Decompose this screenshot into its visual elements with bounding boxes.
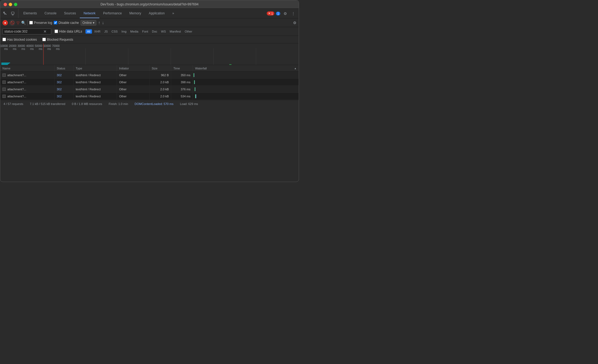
record-button[interactable]: ● [2,20,8,25]
cell-initiator-2: Other [117,86,149,92]
table-row[interactable]: attachment?... 302 text/html / Redirect … [0,72,299,79]
cell-status-1: 302 [55,79,74,85]
filter-manifest-button[interactable]: Manifest [168,29,183,34]
status-bar: 4 / 57 requests 7.1 kB / 515 kB transfer… [0,100,299,107]
filter-other-button[interactable]: Other [183,29,194,34]
filter-css-button[interactable]: CSS [110,29,119,34]
cell-type-1: text/html / Redirect [74,79,117,85]
col-header-waterfall[interactable]: Waterfall ▲ [193,65,299,71]
cell-status-3: 302 [55,93,74,100]
filter-js-button[interactable]: JS [103,29,109,34]
filter-ws-button[interactable]: WS [160,29,168,34]
title-bar: DevTools - bugs.chromium.org/p/chromium/… [0,0,299,9]
preserve-log-checkbox[interactable] [29,21,33,24]
cell-size-3: 2.0 kB [149,93,171,100]
table-header: Name Status Type Initiator Size Time Wat… [0,65,299,72]
tab-console[interactable]: Console [41,9,60,18]
tab-elements[interactable]: Elements [20,9,41,18]
cell-size-2: 2.0 kB [149,86,171,92]
table-row[interactable]: attachment?... 302 text/html / Redirect … [0,93,299,100]
network-settings-button[interactable]: ⚙ [293,21,297,25]
filter-doc-button[interactable]: Doc [150,29,159,34]
timeline-grid [0,48,299,65]
minimize-button[interactable] [9,3,12,6]
col-header-time[interactable]: Time [171,65,193,71]
svg-rect-2 [12,14,13,15]
table-row[interactable]: attachment?... 302 text/html / Redirect … [0,86,299,93]
hide-data-urls-checkbox[interactable] [55,30,58,33]
network-table: Name Status Type Initiator Size Time Wat… [0,65,299,100]
cell-initiator-1: Other [117,79,149,85]
cell-status-0: 302 [55,72,74,78]
tab-network[interactable]: Network [80,9,99,18]
clear-filter-icon[interactable]: ✕ [43,29,47,34]
tab-sources[interactable]: Sources [60,9,80,18]
col-header-size[interactable]: Size [149,65,171,71]
col-header-name[interactable]: Name [0,65,55,71]
disable-cache-checkbox[interactable] [54,21,57,24]
file-icon [2,88,6,91]
tab-application[interactable]: Application [145,9,168,18]
filter-input-wrap: ✕ [2,28,51,34]
cell-name-2: attachment?... [0,86,55,92]
window-title: DevTools - bugs.chromium.org/p/chromium/… [100,2,198,6]
filter-icon[interactable]: ▽ [17,21,20,25]
tab-memory[interactable]: Memory [126,9,145,18]
blocked-cookies-label[interactable]: Has blocked cookies [2,38,37,41]
cell-time-1: 398 ms [171,79,193,85]
filter-xhr-button[interactable]: XHR [93,29,102,34]
devtools-tabs-bar: Elements Console Sources Network Perform… [0,9,299,18]
warning-badge: 1 [276,12,280,15]
window-controls[interactable] [4,3,17,6]
cell-name-1: attachment?... [0,79,55,85]
maximize-button[interactable] [14,3,17,6]
table-row[interactable]: attachment?... 302 text/html / Redirect … [0,79,299,86]
cell-waterfall-3 [193,93,299,100]
preserve-log-label[interactable]: Preserve log [29,21,52,25]
filter-media-button[interactable]: Media [129,29,140,34]
throttle-select[interactable]: Online ▾ [81,20,97,25]
load-time: Load: 629 ms [180,102,198,106]
col-header-initiator[interactable]: Initiator [117,65,149,71]
tab-more[interactable]: » [168,9,178,18]
blocked-cookies-checkbox[interactable] [2,38,6,41]
hide-data-urls-label[interactable]: Hide data URLs [55,30,82,33]
settings-icon[interactable]: ⚙ [282,10,288,17]
cell-type-3: text/html / Redirect [74,93,117,100]
file-icon [2,95,6,98]
clear-button[interactable]: 🚫 [9,20,15,25]
filter-all-button[interactable]: All [85,29,92,34]
blocked-requests-label[interactable]: Blocked Requests [42,38,73,41]
export-har-button[interactable]: ↓ [102,20,104,25]
cell-time-2: 376 ms [171,86,193,92]
waterfall-timeline: 10000 ms 20000 ms 30000 ms 40000 ms 5000… [0,43,299,65]
inspector-icon[interactable] [2,10,8,17]
filter-img-button[interactable]: Img [120,29,128,34]
finish-time: Finish: 1.0 min [109,102,128,106]
timeline-marker [43,43,44,65]
more-options-icon[interactable]: ⋮ [290,10,297,17]
import-har-button[interactable]: ↑ [98,20,100,25]
svg-rect-1 [11,12,14,14]
cell-waterfall-1 [193,79,299,85]
network-toolbar: ● 🚫 ▽ 🔍 Preserve log Disable cache Onlin… [0,18,299,27]
cell-size-0: 962 B [149,72,171,78]
error-badge: ✕ 1 [267,11,274,15]
filter-input[interactable] [4,30,42,33]
filter-type-buttons: All XHR JS CSS Img Media Font Doc WS Man… [85,29,194,34]
tab-performance[interactable]: Performance [99,9,126,18]
search-icon[interactable]: 🔍 [21,21,26,25]
cell-initiator-0: Other [117,72,149,78]
cell-status-2: 302 [55,86,74,92]
close-button[interactable] [4,3,7,6]
cell-type-2: text/html / Redirect [74,86,117,92]
blocked-requests-checkbox[interactable] [42,38,46,41]
col-header-status[interactable]: Status [55,65,74,71]
col-header-type[interactable]: Type [74,65,117,71]
cell-waterfall-0 [193,72,299,78]
disable-cache-label[interactable]: Disable cache [54,21,79,25]
filter-font-button[interactable]: Font [141,29,150,34]
device-toggle-icon[interactable] [9,10,16,17]
devtools-left-icons [2,9,18,18]
cell-type-0: text/html / Redirect [74,72,117,78]
